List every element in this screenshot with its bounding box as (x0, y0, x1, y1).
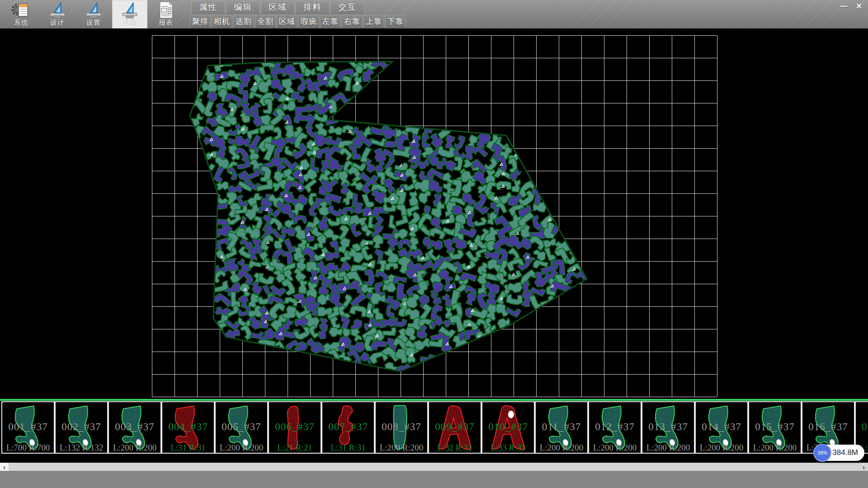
menu-button-region[interactable]: 区域 (261, 1, 295, 14)
menu-button-interact[interactable]: 交互 (330, 1, 364, 14)
progress-percent-badge: 38% (813, 444, 831, 462)
app-button-report[interactable]: 报表 (148, 0, 184, 28)
piece-cell[interactable]: 011_#37L:200 R:200 (535, 401, 588, 454)
tool-button-snap-left[interactable]: 左靠 (320, 15, 341, 28)
piece-counts-label: L:200 R:200 (749, 443, 801, 453)
piece-cell[interactable]: 015_#37L:200 R:200 (748, 401, 802, 454)
nesting-canvas[interactable] (0, 28, 868, 399)
piece-cell[interactable]: 012_#37L:200 R:200 (588, 401, 642, 454)
tool-button-snap-top[interactable]: 上靠 (363, 15, 384, 28)
piece-counts-label: L:32 R:31 (429, 443, 481, 453)
menu-button-edit[interactable]: 编辑 (226, 1, 260, 14)
tool-button-region[interactable]: 区域 (277, 15, 297, 28)
system-icon (11, 1, 32, 19)
horizontal-scrollbar[interactable]: ‹ › (0, 463, 868, 471)
piece-cell[interactable]: 010_#37L:33 R:33 (481, 401, 535, 454)
close-button[interactable]: ✕ (852, 1, 866, 11)
piece-cell[interactable]: 013_#37L:200 R:200 (642, 401, 695, 454)
piece-id-label: 012_#37 (589, 421, 641, 433)
minimize-button[interactable]: — (836, 1, 851, 11)
tool-button-snap-bottom[interactable]: 下靠 (385, 15, 406, 28)
design-icon (47, 1, 68, 19)
tool-button-cluster-nest[interactable]: 聚排 (190, 15, 211, 28)
piece-cell[interactable]: 014_#37L:200 R:200 (695, 401, 748, 454)
piece-id-label: 011_#37 (536, 421, 587, 433)
footer-bar (0, 471, 868, 488)
piece-id-label: 016_#37 (802, 421, 854, 433)
piece-counts-label: L:200 R:200 (216, 443, 267, 453)
piece-id-label: 009_#37 (429, 421, 481, 433)
piece-cell[interactable]: 008_#37L:200 R:200 (375, 401, 428, 454)
piece-counts-label: L:21 R:21 (269, 443, 321, 453)
piece-counts-label: L:33 R:33 (482, 443, 534, 453)
piece-id-label: 002_#37 (56, 421, 107, 433)
piece-counts-label: L:31 R:31 (322, 443, 374, 453)
piece-id-label: 014_#37 (696, 421, 747, 433)
piece-id-label: 006_#37 (269, 421, 321, 433)
app-button-label: 系统 (4, 19, 39, 27)
tool-button-select-cut[interactable]: 选割 (233, 15, 254, 28)
tool-button-camera[interactable]: 相机 (212, 15, 232, 28)
design-icon (119, 1, 140, 19)
piece-counts-label: L:200 R:200 (696, 443, 747, 453)
piece-cell[interactable]: 005_#37L:200 R:200 (215, 401, 268, 454)
piece-cell[interactable]: 006_#37L:21 R:21 (268, 401, 321, 454)
scroll-right-arrow-icon[interactable]: › (859, 463, 868, 471)
piece-counts-label: L:200 R:200 (642, 443, 694, 453)
piece-id-label: 005_#37 (216, 421, 267, 433)
app-button-system[interactable]: 系统 (4, 0, 39, 28)
strip-top-divider (0, 399, 868, 401)
piece-id-label: 007_#37 (322, 421, 374, 433)
scroll-left-arrow-icon[interactable]: ‹ (0, 463, 9, 471)
top-toolbar: 系统设计设置排版报表 属性编辑区域排料交互 聚排相机选割全割区域瑕疵左靠右靠上靠… (0, 0, 868, 28)
piece-counts-label: L:200 R:200 (589, 443, 641, 453)
piece-id-label: 008_#37 (376, 421, 427, 433)
piece-id-label: 013_#37 (642, 421, 694, 433)
piece-counts-label: L:200 R:200 (536, 443, 587, 453)
piece-id-label: 003_#37 (109, 421, 160, 433)
piece-id-label: 004_#37 (162, 421, 214, 433)
menu-button-nest[interactable]: 排料 (296, 1, 330, 14)
menu-button-properties[interactable]: 属性 (191, 1, 225, 14)
design-icon (83, 1, 104, 19)
app-button-label: 报表 (148, 19, 184, 27)
piece-cell[interactable]: 002_#37L:132 R:132 (55, 401, 108, 454)
piece-cell[interactable]: 004_#37L:31 R:31 (161, 401, 215, 454)
app-button-label: 排版 (112, 19, 147, 27)
piece-id-label: 015_#37 (749, 421, 801, 433)
app-button-design[interactable]: 设计 (40, 0, 75, 28)
app-button-nesting[interactable]: 排版 (112, 0, 147, 28)
piece-id-label: 001_#37 (2, 421, 54, 433)
piece-cell[interactable]: 003_#37L:200 R:200 (108, 401, 161, 454)
piece-counts-label: L:31 R:31 (162, 443, 214, 453)
tool-button-cut-all[interactable]: 全割 (255, 15, 276, 28)
piece-counts-label: L:700 R:700 (2, 443, 54, 453)
app-button-label: 设置 (76, 19, 111, 27)
app-button-settings[interactable]: 设置 (76, 0, 111, 28)
tool-button-snap-right[interactable]: 右靠 (342, 15, 363, 28)
report-icon (156, 1, 176, 19)
piece-cell[interactable]: 009_#37L:32 R:31 (428, 401, 481, 454)
piece-cell[interactable]: 007_#37L:31 R:31 (321, 401, 375, 454)
piece-id-label: 010_#37 (482, 421, 534, 433)
piece-counts-label: L:132 R:132 (56, 443, 107, 453)
app-button-label: 设计 (40, 19, 75, 27)
piece-counts-label: L:200 R:200 (109, 443, 160, 453)
piece-cell[interactable]: 001_#37L:700 R:700 (1, 401, 55, 454)
tool-button-defect[interactable]: 瑕疵 (298, 15, 319, 28)
memory-usage-label: 384.8M (832, 448, 858, 457)
piece-strip: 001_#37L:700 R:700002_#37L:132 R:132003_… (0, 401, 868, 454)
piece-counts-label: L:200 R:200 (376, 443, 427, 453)
status-badge: 38% 384.8M (814, 445, 864, 461)
piece-id-label: 017_#37 (856, 421, 868, 433)
